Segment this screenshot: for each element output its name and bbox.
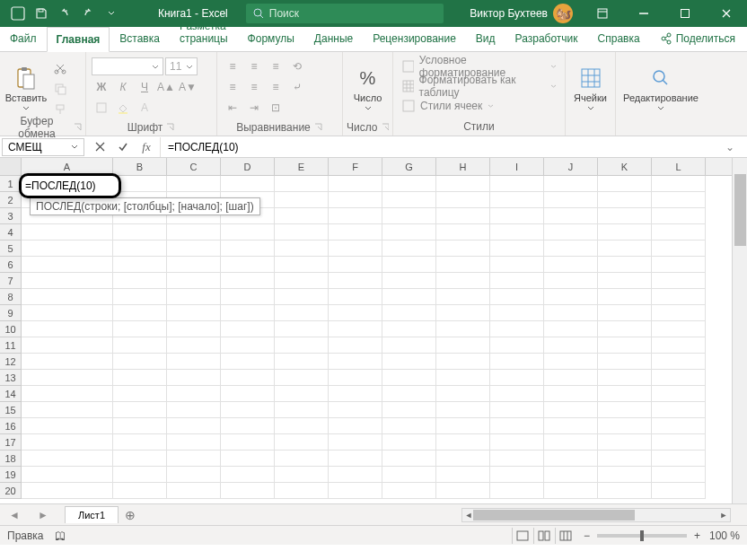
cell[interactable] (22, 305, 113, 321)
row-header[interactable]: 15 (0, 402, 21, 418)
cell[interactable] (652, 418, 706, 434)
row-header[interactable]: 5 (0, 241, 21, 257)
cell[interactable] (329, 451, 382, 467)
cell[interactable] (652, 354, 706, 370)
cell[interactable] (329, 289, 382, 305)
cell[interactable] (490, 418, 544, 434)
col-header[interactable]: C (167, 158, 221, 175)
cell[interactable] (382, 386, 436, 402)
cell[interactable] (436, 241, 490, 257)
cell[interactable] (382, 305, 436, 321)
cell[interactable] (167, 273, 221, 289)
cell[interactable] (22, 418, 113, 434)
font-name-select[interactable] (92, 57, 163, 75)
page-layout-view-icon[interactable] (533, 528, 555, 544)
cell[interactable] (544, 467, 598, 483)
zoom-thumb[interactable] (640, 530, 644, 541)
row-header[interactable]: 16 (0, 418, 21, 434)
conditional-formatting-button[interactable]: Условное форматирование (399, 57, 559, 75)
cell[interactable] (436, 273, 490, 289)
cell[interactable] (329, 467, 382, 483)
cell[interactable] (436, 483, 490, 499)
cell[interactable] (436, 370, 490, 386)
increase-indent-icon[interactable]: ⇥ (244, 99, 264, 117)
cell[interactable] (167, 402, 221, 418)
row-header[interactable]: 1 (0, 176, 21, 192)
cell[interactable] (652, 257, 706, 273)
row-header[interactable]: 17 (0, 434, 21, 451)
col-header[interactable]: I (490, 158, 544, 175)
select-all-corner[interactable] (0, 158, 22, 175)
cell[interactable] (544, 257, 598, 273)
cell[interactable] (167, 224, 221, 241)
cell[interactable] (22, 289, 113, 305)
qat-dropdown-icon[interactable] (101, 3, 122, 24)
cell[interactable] (598, 483, 652, 499)
cell[interactable] (275, 192, 329, 208)
cell[interactable] (544, 483, 598, 499)
vertical-scrollbar[interactable] (732, 158, 747, 503)
cell[interactable] (167, 321, 221, 337)
row-header[interactable]: 4 (0, 224, 21, 241)
cell[interactable] (275, 434, 329, 451)
cell[interactable] (113, 467, 167, 483)
cell[interactable] (490, 321, 544, 337)
cell[interactable] (652, 434, 706, 451)
cell[interactable] (167, 354, 221, 370)
cell[interactable] (275, 386, 329, 402)
borders-icon[interactable] (92, 99, 111, 117)
font-color-icon[interactable]: A (135, 99, 154, 117)
tab-home[interactable]: Главная (47, 27, 110, 52)
cell[interactable] (329, 224, 382, 241)
cell[interactable] (490, 386, 544, 402)
zoom-slider[interactable] (597, 534, 687, 538)
cell[interactable] (167, 337, 221, 354)
cut-icon[interactable] (50, 59, 70, 77)
cell[interactable] (221, 305, 275, 321)
cell[interactable] (167, 176, 221, 192)
merge-center-icon[interactable]: ⊡ (266, 99, 286, 117)
col-header[interactable]: B (113, 158, 167, 175)
cell[interactable] (436, 386, 490, 402)
cell[interactable] (598, 224, 652, 241)
sheet-nav-next[interactable]: ► (29, 509, 57, 521)
cell[interactable] (113, 224, 167, 241)
cell[interactable] (598, 176, 652, 192)
col-header[interactable]: E (275, 158, 329, 175)
cell[interactable] (275, 273, 329, 289)
cell[interactable] (382, 467, 436, 483)
cell[interactable] (490, 467, 544, 483)
cell[interactable] (275, 305, 329, 321)
dialog-launcher-icon[interactable] (166, 123, 175, 132)
save-icon[interactable] (31, 3, 52, 24)
cell[interactable] (382, 337, 436, 354)
cell[interactable] (329, 386, 382, 402)
cells-area[interactable] (22, 176, 732, 503)
cell[interactable] (329, 354, 382, 370)
tab-developer[interactable]: Разработчик (505, 26, 588, 51)
cell[interactable] (544, 434, 598, 451)
cell[interactable] (544, 224, 598, 241)
cell[interactable] (598, 434, 652, 451)
cancel-formula-button[interactable] (88, 137, 111, 157)
cell[interactable] (544, 402, 598, 418)
cell[interactable] (22, 354, 113, 370)
cell[interactable] (221, 354, 275, 370)
cell[interactable] (652, 337, 706, 354)
cell[interactable] (544, 337, 598, 354)
cell[interactable] (382, 208, 436, 224)
zoom-out-button[interactable]: − (584, 529, 590, 542)
cell[interactable] (22, 370, 113, 386)
cell[interactable] (113, 241, 167, 257)
active-cell[interactable]: =ПОСЛЕД(10) (19, 173, 121, 198)
cell[interactable] (329, 192, 382, 208)
cell[interactable] (382, 257, 436, 273)
cell[interactable] (382, 273, 436, 289)
wrap-text-icon[interactable]: ⤶ (287, 78, 307, 96)
cell[interactable] (652, 192, 706, 208)
row-header[interactable]: 13 (0, 370, 21, 386)
cell[interactable] (544, 321, 598, 337)
col-header[interactable]: J (544, 158, 598, 175)
cell[interactable] (329, 241, 382, 257)
cell[interactable] (598, 370, 652, 386)
